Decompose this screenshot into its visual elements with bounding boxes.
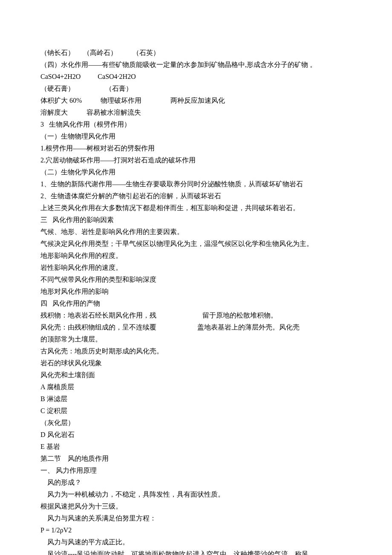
text-line: 气候决定风化作用类型；干旱气候区以物理风化为主，温湿气候区以化学和生物风化为主。 bbox=[40, 238, 352, 250]
text-line: 气候、地形、岩性是影响风化作用的主要因素。 bbox=[40, 226, 352, 238]
text-line: （一）生物物理风化作用 bbox=[40, 130, 352, 142]
text-line: 四 风化作用的产物 bbox=[40, 298, 352, 309]
text-line: 1.根劈作用——树根对岩石的劈裂作用 bbox=[40, 142, 352, 154]
text-line: 溶解度大 容易被水溶解流失 bbox=[40, 107, 352, 119]
text-line: 风化壳：由残积物组成的，呈不连续覆 盖地表基岩上的薄层外壳。风化壳 bbox=[40, 321, 352, 333]
text-line: 2.穴居动物破坏作用——打洞对岩石造成的破坏作用 bbox=[40, 154, 352, 166]
text-line: 一、 风力作用原理 bbox=[40, 465, 352, 477]
text-line: （二）生物化学风化作用 bbox=[40, 166, 352, 178]
text-line: 体积扩大 60% 物理破坏作用 两种反应加速风化 bbox=[40, 95, 352, 107]
text-line: （钠长石） （高岭石） （石英） bbox=[40, 47, 352, 59]
text-line: C 淀积层 bbox=[40, 405, 352, 417]
text-line: 三 风化作用的影响因素 bbox=[40, 214, 352, 226]
text-line: 风的形成？ bbox=[40, 477, 352, 489]
text-line: 风力与风速的平方成正比。 bbox=[40, 536, 352, 548]
text-line: E 基岩 bbox=[40, 441, 352, 453]
text-line: P = 1/2ρV2 bbox=[40, 524, 352, 536]
text-line: 1、生物的新陈代谢作用——生物生存要吸取养分同时分泌酸性物质，从而破坏矿物岩石 bbox=[40, 178, 352, 190]
text-line: 不同气候带风化作用的类型和影响深度 bbox=[40, 274, 352, 286]
text-line: 风沙流----风沿地面吹动时，可将地面松散物吹起进入空气中，这种携带沙的气流，称… bbox=[40, 548, 352, 555]
text-line: 风化壳和土壤剖面 bbox=[40, 369, 352, 381]
text-line: B 淋滤层 bbox=[40, 393, 352, 405]
text-line: （硬石膏） （石膏） bbox=[40, 83, 352, 95]
text-line: 的顶部常为土壤层。 bbox=[40, 333, 352, 345]
text-line: 3 生物风化作用（根劈作用） bbox=[40, 119, 352, 130]
text-line: （灰化层） bbox=[40, 417, 352, 429]
text-line: 第二节 风的地质作用 bbox=[40, 453, 352, 465]
text-line: CaSO4+2H2O CaSO4·2H2O bbox=[40, 71, 352, 83]
text-line: 岩石的球状风化现象 bbox=[40, 357, 352, 369]
text-line: 地形对风化作用的影响 bbox=[40, 286, 352, 298]
text-line: D 风化岩石 bbox=[40, 429, 352, 441]
text-line: 根据风速把风分为十三级。 bbox=[40, 500, 352, 512]
text-line: （四）水化作用——有些矿物质能吸收一定量的水参加到矿物晶格中,形成含水分子的矿物… bbox=[40, 59, 352, 71]
text-line: 风力与风速的关系满足伯努里方程： bbox=[40, 512, 352, 524]
text-line: 古风化壳：地质历史时期形成的风化壳。 bbox=[40, 345, 352, 357]
text-line: A 腐植质层 bbox=[40, 381, 352, 393]
text-line: 岩性影响风化作用的速度。 bbox=[40, 262, 352, 274]
document-page: （钠长石） （高岭石） （石英）（四）水化作用——有些矿物质能吸收一定量的水参加… bbox=[0, 0, 392, 555]
document-content: （钠长石） （高岭石） （石英）（四）水化作用——有些矿物质能吸收一定量的水参加… bbox=[40, 47, 352, 555]
text-line: 2、生物遗体腐烂分解的产物引起岩石的溶解，从而破坏岩石 bbox=[40, 190, 352, 202]
text-line: 上述三类风化作用在大多数情况下都是相伴而生，相互影响和促进，共同破坏着岩石。 bbox=[40, 202, 352, 214]
text-line: 残积物：地表岩石经长期风化作用，残 留于原地的松散堆积物。 bbox=[40, 309, 352, 321]
text-line: 风力为一种机械动力，不稳定，具阵发性，具有面状性质。 bbox=[40, 489, 352, 500]
text-line: 地形影响风化作用的程度。 bbox=[40, 250, 352, 262]
